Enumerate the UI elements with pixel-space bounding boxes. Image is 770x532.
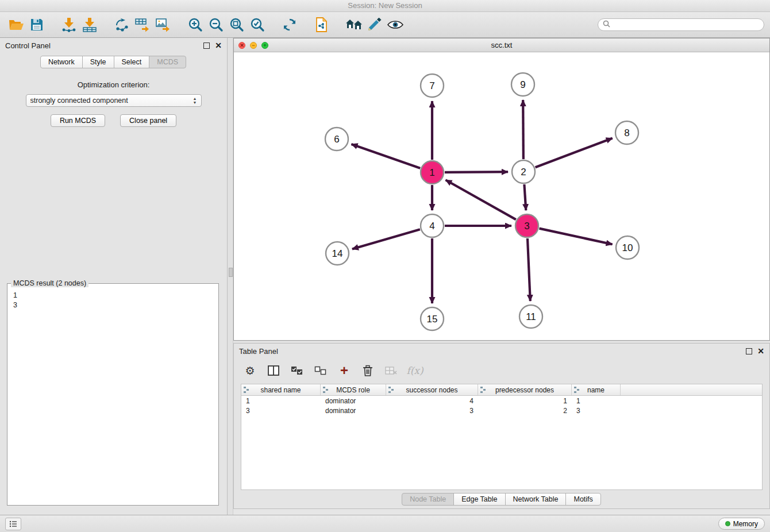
tab-edge-table[interactable]: Edge Table [453, 493, 505, 506]
control-panel-header: Control Panel ✕ [0, 38, 227, 53]
control-panel: Control Panel ✕ Network Style Select MCD… [0, 38, 228, 515]
eye-icon[interactable] [385, 14, 406, 36]
run-mcds-button[interactable]: Run MCDS [51, 114, 105, 127]
table-cell[interactable]: 1 [241, 397, 321, 405]
tab-network[interactable]: Network [40, 56, 83, 68]
edge-3-to-1[interactable] [446, 180, 516, 219]
column-header-MCDS-role[interactable]: MCDS role [321, 384, 386, 395]
save-session-icon[interactable] [26, 14, 47, 36]
tab-mcds[interactable]: MCDS [149, 56, 186, 68]
splitter-handle[interactable] [229, 268, 233, 277]
table-cell[interactable]: dominator [321, 397, 386, 405]
open-session-icon[interactable] [6, 14, 26, 36]
network-graph[interactable]: 7968124314101511 [234, 52, 769, 341]
table-cell[interactable]: 3 [572, 407, 621, 415]
clone-network-document-icon[interactable] [311, 14, 332, 36]
task-history-button[interactable] [5, 518, 21, 530]
graph-node-8[interactable]: 8 [615, 121, 638, 144]
dropdown-selected-value: strongly connected component [30, 97, 128, 105]
export-image-icon[interactable] [153, 14, 174, 36]
table-row[interactable]: 3dominator323 [241, 406, 762, 415]
svg-text:4: 4 [429, 221, 434, 232]
zoom-out-icon[interactable] [206, 14, 226, 36]
tab-node-table[interactable]: Node Table [402, 493, 454, 506]
table-cell[interactable]: dominator [321, 407, 386, 415]
zoom-in-icon[interactable] [185, 14, 206, 36]
import-table-icon[interactable] [79, 14, 100, 36]
mcds-result-list[interactable]: 13 [9, 290, 217, 503]
refresh-layout-icon[interactable] [279, 14, 300, 36]
svg-text:1: 1 [429, 167, 434, 178]
close-table-panel-icon[interactable]: ✕ [757, 348, 764, 354]
edge-2-to-9[interactable] [523, 100, 523, 159]
svg-text:3: 3 [524, 221, 529, 232]
network-share-icon[interactable] [111, 14, 132, 36]
graph-node-11[interactable]: 11 [519, 305, 542, 328]
edge-3-to-10[interactable] [539, 229, 612, 245]
maximize-window-icon[interactable]: + [261, 42, 268, 49]
table-row[interactable]: 1dominator411 [241, 396, 762, 406]
table-cell[interactable]: 4 [386, 397, 478, 405]
settings-gear-icon[interactable]: ⚙ [243, 364, 257, 377]
column-header-label: successor nodes [406, 386, 457, 394]
memory-label: Memory [733, 520, 758, 528]
table-body: 1dominator4113dominator323 [241, 396, 762, 415]
column-header-successor-nodes[interactable]: successor nodes [386, 384, 478, 395]
tab-style[interactable]: Style [82, 56, 114, 68]
table-cell[interactable]: 1 [478, 397, 572, 405]
graph-node-1[interactable]: 1 [421, 161, 444, 184]
graph-node-2[interactable]: 2 [512, 160, 535, 183]
float-panel-icon[interactable] [203, 43, 210, 49]
tab-motifs[interactable]: Motifs [565, 493, 600, 506]
table-cell[interactable]: 2 [478, 407, 572, 415]
import-network-icon[interactable] [59, 14, 79, 36]
create-column-icon[interactable]: + [337, 364, 351, 377]
optimization-criterion-select[interactable]: strongly connected component ▲▼ [26, 94, 202, 107]
edge-3-to-11[interactable] [528, 238, 530, 301]
table-cell[interactable]: 3 [241, 407, 321, 415]
graph-node-3[interactable]: 3 [515, 214, 538, 237]
network-window-titlebar[interactable]: scc.txt ✕ − + [234, 38, 769, 52]
column-header-shared-name[interactable]: shared name [241, 384, 321, 395]
close-panel-icon[interactable]: ✕ [215, 42, 222, 49]
float-table-panel-icon[interactable] [746, 348, 752, 354]
graph-node-6[interactable]: 6 [325, 128, 348, 151]
graph-node-14[interactable]: 14 [326, 242, 349, 265]
zoom-selected-icon[interactable] [247, 14, 268, 36]
edge-1-to-6[interactable] [351, 144, 420, 168]
column-header-predecessor-nodes[interactable]: predecessor nodes [478, 384, 572, 395]
graph-node-4[interactable]: 4 [421, 214, 444, 237]
table-cell[interactable]: 1 [572, 397, 621, 405]
close-panel-button[interactable]: Close panel [120, 114, 176, 127]
vertical-splitter[interactable] [228, 38, 233, 515]
graph-node-15[interactable]: 15 [421, 307, 444, 330]
search-input[interactable] [613, 21, 759, 29]
search-box[interactable] [598, 18, 764, 31]
column-header-name[interactable]: name [572, 384, 621, 395]
edge-2-to-3[interactable] [524, 184, 526, 210]
memory-button[interactable]: Memory [718, 518, 765, 530]
edge-2-to-8[interactable] [536, 138, 613, 168]
tab-select[interactable]: Select [114, 56, 150, 68]
network-canvas[interactable]: 7968124314101511 [234, 52, 769, 340]
column-type-icon [480, 387, 486, 395]
edge-1-to-2[interactable] [445, 172, 508, 172]
zoom-fit-icon[interactable] [226, 14, 247, 36]
close-window-icon[interactable]: ✕ [238, 42, 245, 49]
select-all-columns-icon[interactable] [290, 364, 304, 377]
first-neighbors-icon[interactable] [344, 14, 364, 36]
deselect-all-columns-icon[interactable] [314, 364, 328, 377]
table-cell[interactable]: 3 [386, 407, 478, 415]
table-panel-header: Table Panel ✕ [234, 344, 769, 358]
graph-node-7[interactable]: 7 [421, 74, 444, 97]
graph-node-9[interactable]: 9 [511, 73, 534, 96]
edge-4-to-14[interactable] [352, 229, 420, 249]
delete-column-icon[interactable] [361, 364, 375, 377]
svg-text:11: 11 [526, 311, 536, 322]
tab-network-table[interactable]: Network Table [505, 493, 567, 506]
graph-node-10[interactable]: 10 [616, 236, 639, 259]
export-table-icon[interactable] [132, 14, 153, 36]
minimize-window-icon[interactable]: − [250, 42, 257, 49]
show-columns-icon[interactable] [267, 364, 280, 377]
paint-style-icon[interactable] [364, 14, 385, 36]
